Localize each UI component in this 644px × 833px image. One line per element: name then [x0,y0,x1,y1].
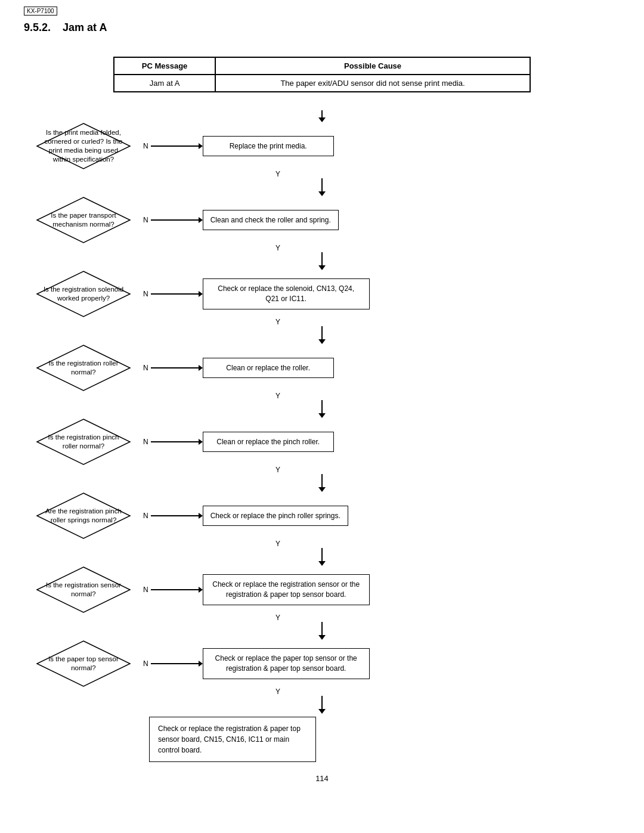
action-box-4: Clean or replace the roller. [203,358,334,379]
y-label-1: Y [275,170,280,178]
y-label-2: Y [275,244,280,252]
n-label-3: N [143,290,148,298]
y-label-6: Y [275,540,280,548]
col-header-possible-cause: Possible Cause [215,57,530,75]
flowchart-row-1: Is the print media folded, cornered or c… [24,122,620,170]
section-number: 9.5.2. [24,21,51,34]
diamond-4: Is the registration roller normal? [24,344,143,392]
diamond-3: Is the registration solenoid worked prop… [24,270,143,318]
flowchart-row-6: Are the registration pinch roller spring… [24,492,620,540]
table-cell-pc-message: Jam at A [114,75,215,92]
flowchart-row-7: Is the registration sensor normal? N Che… [24,566,620,614]
info-table: PC Message Possible Cause Jam at A The p… [113,57,531,92]
y-label-8: Y [275,688,280,696]
diamond-2: Is the paper transport mechanism normal? [24,196,143,244]
diamond-6: Are the registration pinch roller spring… [24,492,143,540]
y-label-3: Y [275,318,280,326]
flowchart-row-8: Is the paper top sensor normal? N Check … [24,640,620,688]
model-tag: KX-P7100 [24,7,57,16]
action-box-2: Clean and check the roller and spring. [203,210,339,231]
diamond-7: Is the registration sensor normal? [24,566,143,614]
diamond-1: Is the print media folded, cornered or c… [24,122,143,170]
flowchart-row-4: Is the registration roller normal? N Cle… [24,344,620,392]
flowchart-row-2: Is the paper transport mechanism normal?… [24,196,620,244]
n-label-1: N [143,142,148,150]
table-cell-possible-cause: The paper exit/ADU sensor did not sense … [215,75,530,92]
n-label-4: N [143,364,148,372]
action-box-5: Clean or replace the pinch roller. [203,432,334,453]
n-label-2: N [143,216,148,224]
y-label-5: Y [275,466,280,474]
n-label-7: N [143,586,148,594]
action-box-7: Check or replace the registration sensor… [203,574,370,605]
action-box-8: Check or replace the paper top sensor or… [203,648,370,679]
page-number: 114 [24,774,620,783]
n-label-8: N [143,659,148,668]
diamond-5: Is the registration pinch roller normal? [24,418,143,466]
section-title: Jam at A [63,21,107,34]
flowchart-row-5: Is the registration pinch roller normal?… [24,418,620,466]
n-label-6: N [143,512,148,520]
flowchart: Is the print media folded, cornered or c… [24,110,620,762]
action-box-6: Check or replace the pinch roller spring… [203,506,348,527]
n-label-5: N [143,438,148,446]
y-label-7: Y [275,614,280,622]
col-header-pc-message: PC Message [114,57,215,75]
diamond-8: Is the paper top sensor normal? [24,640,143,688]
y-label-4: Y [275,392,280,400]
action-box-1: Replace the print media. [203,136,334,157]
end-action-box: Check or replace the registration & pape… [149,717,316,762]
action-box-3: Check or replace the solenoid, CN13, Q24… [203,278,370,309]
flowchart-row-3: Is the registration solenoid worked prop… [24,270,620,318]
